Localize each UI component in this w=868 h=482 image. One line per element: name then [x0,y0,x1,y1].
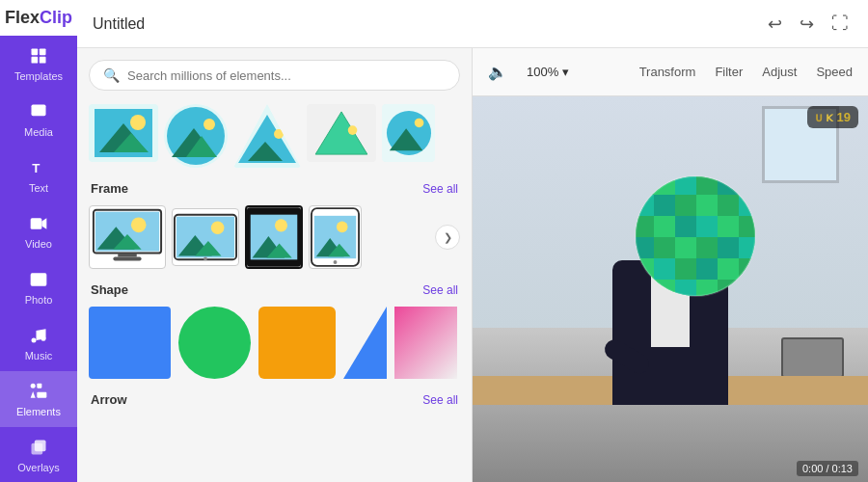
scroll-right-button[interactable]: ❯ [435,225,460,250]
video-icon [28,213,49,234]
arrow-section-header: Arrow See all [77,388,472,413]
svg-rect-75 [654,216,675,237]
tab-speed[interactable]: Speed [816,61,853,83]
right-panel: 🔈 100% ▾ Transform Filter Adjust Speed [473,48,868,482]
content-area: 🔍 [77,48,868,482]
search-bar[interactable]: 🔍 [89,60,460,91]
svg-rect-8 [31,273,47,285]
undo-button[interactable]: ↩ [764,10,786,39]
search-input[interactable] [127,68,446,83]
zoom-value: 100% [527,65,558,79]
svg-point-11 [41,336,46,341]
svg-rect-90 [718,258,739,280]
tab-transform[interactable]: Transform [639,61,696,83]
svg-point-10 [32,338,37,343]
svg-rect-81 [654,237,675,258]
shape-gradient[interactable] [394,307,457,379]
svg-text:T: T [32,161,40,175]
svg-point-20 [130,115,146,130]
music-icon [28,325,49,346]
shape-thumb-triangle-mountain[interactable] [233,104,301,168]
svg-point-48 [203,256,207,260]
shape-title: Shape [91,282,128,297]
video-preview: ᴜ ᴋ 19 0:00 / 0:13 [473,96,868,482]
image-icon [28,101,49,122]
svg-rect-17 [35,441,46,452]
watermark-text: ᴋ [826,110,833,124]
svg-point-31 [348,125,358,135]
watermark: ᴜ ᴋ 19 [807,106,858,128]
sidebar-item-music[interactable]: Music [0,315,77,371]
frame-monitor[interactable] [89,205,166,269]
video-time: 0:00 / 0:13 [797,461,858,476]
svg-point-38 [131,218,147,233]
right-toolbar: 🔈 100% ▾ Transform Filter Adjust Speed [473,48,868,96]
shape-yellow-square[interactable] [258,307,336,379]
frame-section-header: Frame See all [77,177,472,201]
shape-green-circle[interactable] [178,307,251,379]
frame-see-all[interactable]: See all [422,182,458,196]
sidebar-item-media[interactable]: Media [0,92,77,147]
shape-thumb-plain-triangle[interactable] [307,104,376,162]
logo: FlexClip [0,0,77,36]
frame-phone[interactable] [309,205,362,269]
sidebar-item-label: Elements [16,406,61,417]
fullscreen-button[interactable]: ⛶ [827,10,853,38]
sidebar-item-text[interactable]: T Text [0,147,77,203]
svg-point-51 [275,219,287,231]
redo-button[interactable]: ↪ [796,10,818,39]
svg-rect-78 [718,216,739,237]
svg-rect-2 [32,57,39,64]
sidebar-item-video[interactable]: Video [0,203,77,259]
shape-section-header: Shape See all [77,279,472,303]
svg-rect-62 [633,174,654,195]
shape-blue-triangle-wrap [343,307,387,379]
sidebar-item-photo[interactable]: Photo [0,259,77,315]
shape-thumb-circle-mountain[interactable] [164,104,228,168]
svg-point-34 [414,119,423,128]
shape-thumb-half-circle[interactable] [382,104,435,162]
frame-tablet-landscape[interactable] [172,208,239,266]
svg-rect-71 [696,195,718,216]
sidebar-item-overlays[interactable]: Overlays [0,427,77,482]
svg-point-28 [274,129,284,139]
frame-tablet-portrait[interactable] [245,205,303,269]
svg-marker-30 [315,112,367,154]
zoom-control[interactable]: 100% ▾ [527,65,569,79]
svg-rect-15 [37,392,46,398]
svg-rect-96 [718,280,739,299]
arrow-see-all[interactable]: See all [422,393,458,407]
tab-adjust[interactable]: Adjust [762,61,797,83]
sidebar-item-label: Templates [14,70,63,82]
svg-rect-0 [32,49,39,56]
search-icon: 🔍 [103,67,120,83]
svg-rect-67 [739,174,758,195]
svg-rect-97 [739,280,758,299]
sidebar-item-label: Video [25,238,52,250]
sidebar-item-elements[interactable]: Elements [0,371,77,427]
shape-thumb-sq-mountain[interactable] [89,104,158,162]
svg-rect-82 [675,237,696,258]
svg-rect-84 [718,237,739,258]
arrow-title: Arrow [91,392,127,407]
svg-point-12 [31,384,36,388]
elements-icon [28,381,49,402]
shapes-section-row [77,303,472,388]
shape-blue-triangle[interactable] [343,307,387,379]
shape-see-all[interactable]: See all [422,283,458,297]
svg-rect-77 [696,216,718,237]
svg-point-24 [203,119,215,130]
shape-blue-square[interactable] [89,307,171,379]
svg-point-59 [334,260,338,264]
sidebar-item-templates[interactable]: Templates [0,36,77,92]
volume-button[interactable]: 🔈 [488,63,507,81]
svg-rect-42 [113,256,141,260]
frames-row: ❯ [77,201,472,279]
top-shapes-row [77,98,472,177]
tab-filter[interactable]: Filter [715,61,743,83]
photo-icon [28,269,49,290]
svg-rect-13 [37,384,41,388]
topbar: Untitled ↩ ↪ ⛶ [77,0,868,48]
project-title: Untitled [93,15,752,33]
zoom-chevron-icon: ▾ [562,65,569,79]
